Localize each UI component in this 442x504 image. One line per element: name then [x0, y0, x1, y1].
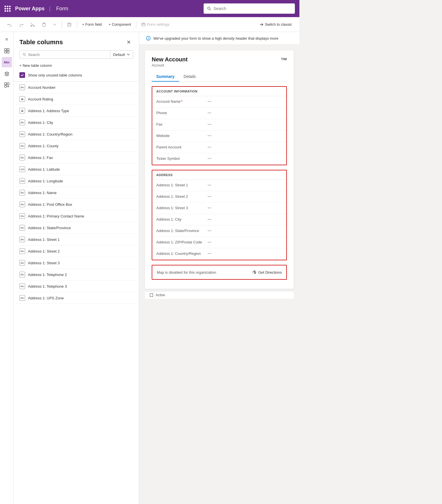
field-value-city[interactable]: --- — [208, 217, 211, 221]
list-item[interactable]: Abc Account Number — [14, 82, 139, 93]
list-item[interactable]: Abc Address 1: Telephone 2 — [14, 269, 139, 281]
field-value-parent-account[interactable]: --- — [208, 145, 211, 149]
list-item[interactable]: 123 Address 1: Latitude — [14, 164, 139, 175]
account-information-section: ACCOUNT INFORMATION Account Name* --- Ph… — [152, 86, 287, 165]
search-box[interactable] — [204, 3, 295, 14]
list-item[interactable]: Abc Address 1: Street 3 — [14, 257, 139, 269]
abc-icon[interactable]: Abc — [2, 57, 12, 67]
chevron-down-icon — [53, 23, 56, 26]
field-label-country: Address 1: Country/Region — [156, 251, 208, 256]
text-icon: Abc — [19, 155, 25, 160]
list-item[interactable]: ▤ Account Rating — [14, 93, 139, 105]
checkmark-icon — [21, 73, 24, 77]
field-value-country[interactable]: --- — [208, 251, 211, 255]
field-value-fax[interactable]: --- — [208, 122, 211, 126]
components-icon[interactable] — [2, 80, 12, 90]
new-column-label: + New table column — [19, 63, 52, 68]
field-label-phone: Phone — [156, 110, 208, 115]
search-filter-dropdown[interactable]: Default — [110, 51, 133, 59]
form-tabs: Summary Details — [152, 72, 287, 82]
list-item[interactable]: Abc Address 1: Name — [14, 187, 139, 199]
get-directions-button[interactable]: Get Directions — [252, 270, 282, 275]
list-item[interactable]: Abc Address 1: County — [14, 140, 139, 152]
dropdown-button[interactable] — [50, 21, 59, 28]
list-item[interactable]: Abc Address 1: UPS Zone — [14, 292, 139, 304]
field-row-street3: Address 1: Street 3 --- — [152, 203, 286, 214]
list-item[interactable]: Abc Address 1: Telephone 3 — [14, 281, 139, 292]
hamburger-menu-icon[interactable]: ≡ — [2, 34, 12, 45]
dropdown-arrow-icon — [127, 53, 130, 56]
text-icon: Abc — [19, 143, 25, 149]
form-card: New Account Account Tim Summary Details … — [145, 51, 294, 289]
panel-title: Table columns — [19, 39, 63, 46]
svg-rect-9 — [5, 49, 7, 51]
field-label-website: Website — [156, 133, 208, 138]
paste-button[interactable] — [39, 21, 49, 29]
field-value-website[interactable]: --- — [208, 133, 211, 138]
field-label-street1: Address 1: Street 1 — [156, 183, 208, 187]
new-column-button[interactable]: + New table column — [19, 62, 133, 69]
info-banner: We've upgraded your form to show a high … — [139, 32, 299, 45]
field-value-street1[interactable]: --- — [208, 183, 211, 187]
field-value-street2[interactable]: --- — [208, 194, 211, 198]
undo-button[interactable] — [5, 21, 15, 29]
text-icon: Abc — [19, 131, 25, 137]
list-item[interactable]: 123 Address 1: Longitude — [14, 175, 139, 187]
field-row-website: Website --- — [152, 130, 286, 142]
list-item[interactable]: Abc Address 1: Primary Contact Name — [14, 210, 139, 222]
list-item[interactable]: Abc Address 1: Fax — [14, 152, 139, 164]
field-label-ticker-symbol: Ticker Symbol — [156, 156, 208, 161]
status-bar: Active — [145, 291, 294, 299]
panel-search-input[interactable] — [28, 53, 107, 57]
svg-line-1 — [210, 9, 211, 10]
list-item[interactable]: Abc Address 1: Country/Region — [14, 128, 139, 140]
field-label-street3: Address 1: Street 3 — [156, 205, 208, 210]
list-item[interactable]: ▤ Address 1: Address Type — [14, 105, 139, 117]
cut-button[interactable] — [27, 21, 38, 29]
layers-icon[interactable] — [2, 68, 12, 79]
field-row-city: Address 1: City --- — [152, 214, 286, 225]
tab-summary[interactable]: Summary — [152, 72, 179, 82]
toolbar-separator — [62, 21, 62, 28]
delete-button[interactable] — [64, 21, 74, 29]
cut-icon — [30, 22, 35, 27]
column-name: Account Rating — [28, 97, 53, 101]
toolbar-separator-3 — [136, 21, 136, 28]
list-item[interactable]: Abc Address 1: Street 2 — [14, 245, 139, 257]
form-settings-button[interactable]: Form settings — [139, 21, 172, 28]
list-item[interactable]: Abc Address 1: City — [14, 117, 139, 128]
search-input[interactable] — [214, 6, 291, 11]
text-icon: Abc — [19, 84, 25, 90]
component-button[interactable]: + Component — [106, 21, 134, 28]
text-icon: Abc — [19, 225, 25, 231]
panel-search-icon — [23, 53, 26, 57]
text-icon: Abc — [19, 201, 25, 207]
close-panel-button[interactable]: ✕ — [124, 38, 133, 47]
field-value-ticker-symbol[interactable]: --- — [208, 156, 211, 160]
dashboard-icon[interactable] — [2, 46, 12, 56]
list-item[interactable]: Abc Address 1: Street 1 — [14, 234, 139, 245]
delete-icon — [67, 22, 72, 27]
svg-rect-11 — [5, 51, 7, 53]
field-value-zip[interactable]: --- — [208, 240, 211, 244]
redo-button[interactable] — [16, 21, 26, 29]
list-item[interactable]: Abc Address 1: State/Province — [14, 222, 139, 234]
field-row-account-name: Account Name* --- — [152, 96, 286, 108]
waffle-icon[interactable] — [5, 6, 11, 12]
undo-icon — [7, 22, 12, 27]
field-value-account-name[interactable]: --- — [208, 99, 211, 103]
text-icon: Abc — [19, 237, 25, 242]
tab-details[interactable]: Details — [179, 72, 200, 82]
form-field-button[interactable]: + Form field — [79, 21, 105, 28]
field-value-state[interactable]: --- — [208, 228, 211, 233]
field-value-street3[interactable]: --- — [208, 205, 211, 210]
show-unused-checkbox[interactable] — [19, 72, 25, 78]
title-separator: | — [49, 6, 50, 12]
field-value-phone[interactable]: --- — [208, 110, 211, 115]
list-item[interactable]: Abc Address 1: Post Office Box — [14, 199, 139, 210]
text-icon: Abc — [19, 260, 25, 266]
form-subtitle: Account — [152, 63, 188, 67]
column-name: Address 1: Latitude — [28, 167, 60, 172]
field-row-street1: Address 1: Street 1 --- — [152, 180, 286, 191]
switch-classic-button[interactable]: Switch to classic — [257, 21, 295, 28]
